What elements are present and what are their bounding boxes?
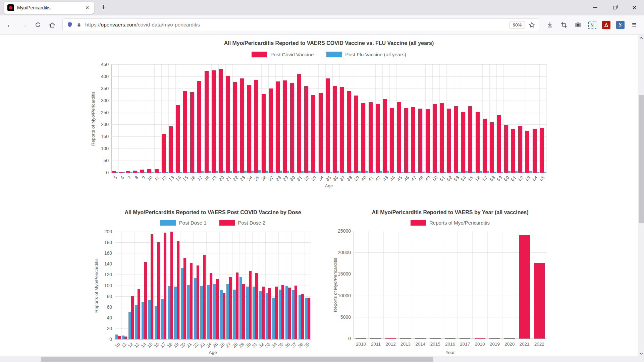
bar [351, 171, 354, 173]
bar-group [128, 232, 135, 339]
onenote-clipper-button[interactable]: N [586, 18, 598, 31]
y-tick-label: 350 [89, 86, 109, 91]
bar-group [115, 232, 121, 339]
bar [401, 172, 404, 173]
scroll-up-arrow[interactable] [638, 35, 644, 41]
bar-group [275, 64, 282, 173]
reload-button[interactable] [32, 18, 44, 31]
close-icon: ✕ [632, 4, 637, 11]
y-tick-label: 200 [89, 122, 109, 127]
bar [197, 81, 201, 173]
bar-group [468, 64, 475, 173]
minimize-button[interactable] [586, 0, 605, 15]
y-tick-label: 250 [89, 110, 109, 115]
forward-icon: → [20, 21, 28, 29]
x-tick-label: 2012 [383, 342, 398, 347]
bar-group [304, 64, 311, 173]
bar-group [518, 64, 525, 173]
bar-group [458, 231, 472, 339]
restore-button[interactable] [605, 0, 625, 15]
home-button[interactable] [46, 18, 58, 31]
bar [187, 172, 190, 173]
y-tick-label: 10000 [331, 293, 351, 298]
forward-button[interactable]: → [17, 18, 30, 31]
bar [445, 338, 455, 339]
legend-swatch [219, 220, 235, 226]
x-tick-label: 2016 [443, 342, 458, 347]
download-button[interactable] [543, 18, 556, 31]
bar [301, 171, 304, 173]
bar [280, 171, 282, 173]
close-button[interactable]: ✕ [625, 0, 644, 15]
bookmark-star-icon[interactable] [529, 22, 535, 28]
bar [281, 285, 284, 339]
bar-group [239, 232, 246, 339]
bar-group [175, 64, 182, 173]
bar [418, 109, 422, 173]
bar [489, 338, 500, 339]
bar-group [432, 64, 439, 173]
restore-icon [613, 6, 616, 9]
bar-group [396, 64, 404, 173]
bar [240, 78, 244, 173]
y-tick-label: 25000 [331, 228, 351, 234]
vertical-scrollbar[interactable] [638, 35, 644, 356]
bar [213, 284, 216, 339]
bar [137, 172, 140, 173]
bar [472, 172, 475, 173]
bar [465, 171, 468, 173]
pdf-converter-button[interactable] [600, 18, 612, 31]
camera-button[interactable] [572, 18, 584, 31]
screenshot-crop-button[interactable] [557, 18, 570, 31]
bar [180, 172, 182, 173]
bar [147, 169, 151, 173]
bar-group [489, 64, 496, 173]
bar [288, 288, 291, 339]
bar [373, 172, 375, 173]
back-button[interactable]: ← [3, 18, 16, 31]
bar-group [197, 64, 204, 173]
scrollbar-corner [638, 356, 644, 362]
scroll-down-arrow[interactable] [638, 351, 644, 356]
legend-item: Post Dose 1 [160, 220, 207, 226]
y-tick-label: 50 [89, 158, 109, 163]
bar [533, 129, 537, 173]
openvaers-favicon [7, 4, 14, 11]
bar [254, 80, 258, 173]
url-text[interactable]: https://openvaers.com/covid-data/myo-per… [85, 22, 506, 28]
bar-group [282, 64, 289, 173]
bar [159, 172, 161, 173]
bar-group [461, 64, 468, 173]
zoom-level-badge[interactable]: 90% [509, 21, 525, 29]
plot-area[interactable]: 0500010000150002000025000201020112012201… [354, 231, 547, 339]
bar-group [219, 232, 226, 339]
bar-group [298, 232, 305, 339]
legend-label: Reports of Myo/Pericarditis [429, 220, 490, 226]
tab-title: Myo/Pericarditis [17, 5, 81, 10]
s-logo-icon: S [616, 21, 625, 29]
new-tab-button[interactable]: + [99, 3, 108, 12]
bar-group [161, 64, 168, 173]
bar [370, 338, 381, 339]
extension-s-button[interactable]: S [614, 18, 627, 31]
bar [237, 171, 239, 173]
plot-area[interactable]: 0501001502002503003504004505678910111213… [111, 64, 546, 173]
vertical-scrollbar-thumb[interactable] [639, 95, 644, 223]
horizontal-scrollbar-thumb[interactable] [41, 357, 433, 362]
tab-close-icon[interactable]: ✕ [84, 4, 91, 11]
bar [497, 115, 501, 173]
bar [155, 169, 159, 173]
horizontal-scrollbar[interactable] [0, 356, 638, 362]
y-tick-label: 40 [93, 315, 112, 320]
bar [133, 171, 137, 173]
camera-icon [575, 21, 582, 28]
url-bar[interactable]: https://openvaers.com/covid-data/myo-per… [62, 18, 539, 31]
plot-area[interactable]: 0204060801001201401601802001011121314151… [115, 232, 311, 339]
menu-button[interactable]: ≡ [628, 18, 641, 31]
y-tick-label: 150 [89, 134, 109, 139]
y-tick-label: 200 [93, 229, 112, 234]
bar [404, 108, 408, 173]
tab-myo-pericarditis[interactable]: Myo/Pericarditis ✕ [4, 2, 94, 14]
lock-icon[interactable] [76, 22, 82, 27]
tracking-protection-shield-icon[interactable] [67, 22, 73, 28]
